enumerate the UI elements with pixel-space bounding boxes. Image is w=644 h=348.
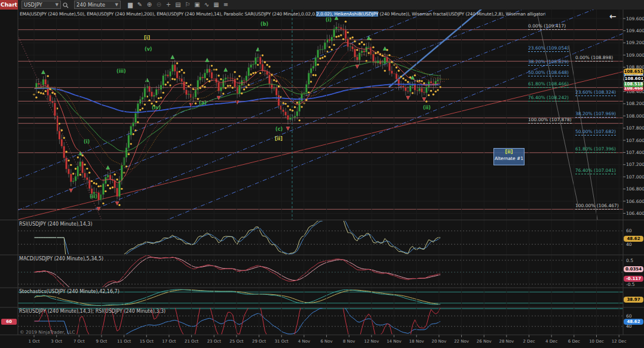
indicators-icon[interactable]: ∿	[202, 0, 211, 10]
alerts-icon[interactable]: ⚐	[183, 0, 192, 10]
indicator-settings-text[interactable]: EMA(USDJPY (240 Minute),50), EMA(USDJPY …	[20, 11, 545, 17]
symbol-select[interactable]: USDJPY ▼	[22, 1, 61, 9]
alternate-wave-box[interactable]: [ii] Alternate #1	[493, 148, 525, 165]
zoom-out-icon[interactable]: ⊖	[154, 0, 164, 10]
toolbar-icons: ▆✎⊕⊖+▤⚐▣∿▦≡	[125, 0, 231, 10]
alternate-label: Alternate #1	[494, 156, 524, 162]
tab-chart[interactable]: Chart	[0, 0, 18, 10]
search-icon[interactable]	[61, 1, 70, 8]
chart-style-icon[interactable]: ▆	[125, 0, 135, 10]
data-box-icon[interactable]: ▤	[173, 0, 183, 10]
rsi-panel-label[interactable]: RSI(USDJPY (240 Minute),14,3)	[19, 221, 93, 227]
macd-panel-label[interactable]: MACD(USDJPY (240 Minute),5,34,5)	[19, 256, 103, 261]
indicator-text: (240 Minute)), Wiseman fractal(USDJPY (2…	[378, 11, 545, 17]
indicator-text: EMA(USDJPY (240 Minute),50), EMA(USDJPY …	[20, 11, 316, 17]
wave-label: [ii]	[494, 149, 524, 156]
scroll-left-icon[interactable]: ←	[609, 12, 617, 20]
stochastics-panel-label[interactable]: Stochastics(USDJPY (240 Minute),42,16,7)	[19, 289, 119, 294]
interval-select[interactable]: 240 Minute ▼	[74, 1, 121, 9]
symbol-value: USDJPY	[24, 2, 42, 8]
crosshair-icon[interactable]: +	[164, 0, 173, 10]
chart-canvas[interactable]	[0, 10, 644, 348]
properties-icon[interactable]: ≡	[221, 0, 231, 10]
chart-trader-icon[interactable]: ▦	[211, 0, 221, 10]
chevron-down-icon: ▼	[115, 2, 118, 7]
zoom-in-icon[interactable]: ⊕	[145, 0, 154, 10]
chevron-down-icon: ▼	[56, 2, 59, 7]
toolbar: Chart USDJPY ▼ 240 Minute ▼ ▆✎⊕⊖+▤⚐▣∿▦≡	[0, 0, 644, 10]
draw-tools-icon[interactable]: ✎	[135, 0, 145, 10]
rsi2-panel-label[interactable]: RSI(USDJPY (240 Minute),14,3); RSI(USDJP…	[19, 309, 165, 314]
copyright-text: © 2019 NinjaTrader, LLC	[20, 329, 75, 335]
chart-window: 109.600109.400109.200109.000108.800108.6…	[0, 10, 644, 348]
snapshot-icon[interactable]: ▣	[192, 0, 202, 10]
level-60-tag: 60	[1, 319, 17, 325]
indicator-text-highlight: 2,0.02), HeikenAshi8(USDJPY	[316, 11, 378, 17]
interval-value: 240 Minute	[76, 2, 105, 8]
